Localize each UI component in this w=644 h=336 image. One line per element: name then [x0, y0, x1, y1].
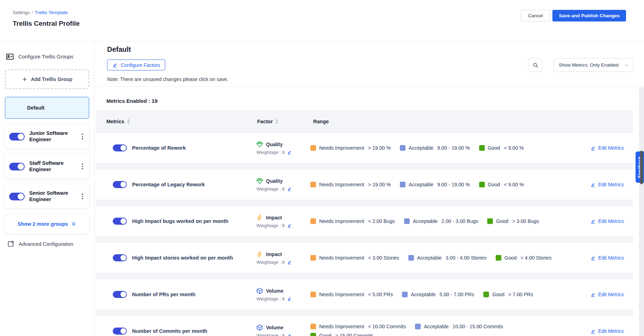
- range-color-swatch: [479, 182, 485, 187]
- metric-enabled-toggle[interactable]: [113, 254, 127, 261]
- range-label: Needs Improvement: [319, 292, 364, 297]
- weightage-label: Weightage : 8: [256, 260, 285, 265]
- default-group-label: Default: [27, 105, 44, 111]
- metric-enabled-toggle[interactable]: [113, 291, 127, 298]
- range-value: > 3.00 Bugs: [512, 218, 539, 224]
- range-label: Needs Improvement: [319, 218, 364, 224]
- range-color-swatch: [400, 145, 405, 151]
- edit-weightage-icon[interactable]: [287, 260, 292, 265]
- group-enabled-toggle[interactable]: [9, 133, 25, 141]
- sidebar-item-default[interactable]: Default: [5, 97, 89, 119]
- metric-row: Percentage of ReworkQualityWeightage : 8…: [96, 133, 633, 163]
- range-color-swatch: [310, 218, 316, 224]
- range-chip: Good< 9.00 %: [479, 145, 524, 151]
- edit-metrics-link[interactable]: Edit Metrics: [590, 255, 624, 261]
- sort-factor-icon[interactable]: [275, 119, 278, 124]
- kebab-menu-icon[interactable]: [79, 132, 86, 141]
- range-color-swatch: [310, 255, 316, 261]
- edit-weightage-icon[interactable]: [287, 297, 292, 301]
- range-color-swatch: [310, 182, 316, 187]
- search-button[interactable]: [528, 58, 543, 72]
- volume-cube-icon: [256, 287, 263, 294]
- edit-pencil-icon: [590, 219, 596, 224]
- kebab-menu-icon[interactable]: [79, 162, 86, 171]
- kebab-menu-icon[interactable]: [79, 192, 86, 201]
- range-label: Good: [488, 145, 500, 151]
- range-label: Acceptable: [409, 182, 433, 187]
- double-chevron-down-icon: [71, 221, 76, 227]
- range-value: > 4.00 Stories: [521, 255, 552, 261]
- row-separator: [96, 163, 633, 169]
- weightage-label: Weightage : 8: [256, 296, 285, 301]
- add-trellis-group-label: Add Trellis Group: [31, 76, 72, 82]
- factor-cell: QualityWeightage : 8: [256, 141, 310, 155]
- breadcrumb-trellis-template-link[interactable]: Trellis Template: [35, 10, 68, 15]
- edit-metrics-link[interactable]: Edit Metrics: [590, 292, 624, 297]
- edit-metrics-link[interactable]: Edit Metrics: [590, 218, 624, 224]
- edit-weightage-icon[interactable]: [287, 150, 292, 155]
- plus-icon: [22, 76, 27, 82]
- vertical-scrollbar-track[interactable]: [639, 87, 644, 336]
- range-color-swatch: [483, 292, 489, 297]
- sidebar-group-card[interactable]: Junior Software Engineer: [5, 124, 89, 149]
- range-chip: Acceptable9.00 - 19.00 %: [400, 182, 470, 187]
- quality-gem-icon: [256, 141, 263, 148]
- range-chip: Good> 7.00 PRs: [483, 292, 533, 297]
- edit-metrics-link[interactable]: Edit Metrics: [590, 328, 624, 334]
- range-color-swatch: [496, 255, 501, 261]
- edit-metrics-link[interactable]: Edit Metrics: [590, 145, 624, 151]
- header-divider: [95, 86, 644, 87]
- row-separator: [96, 200, 633, 206]
- range-color-swatch: [402, 292, 408, 297]
- factor-cell: ImpactWeightage : 8: [256, 214, 310, 228]
- metric-enabled-toggle[interactable]: [113, 328, 127, 335]
- range-value: < 10.00 Commits: [368, 324, 406, 329]
- range-value: 9.00 - 19.00 %: [437, 145, 470, 151]
- metric-enabled-toggle[interactable]: [113, 144, 127, 151]
- edit-metrics-link[interactable]: Edit Metrics: [590, 182, 624, 187]
- factor-cell: ImpactWeightage : 8: [256, 251, 310, 265]
- metric-enabled-toggle[interactable]: [113, 181, 127, 188]
- show-more-groups-button[interactable]: Show 2 more groups: [5, 214, 89, 234]
- add-trellis-group-button[interactable]: Add Trellis Group: [5, 69, 89, 89]
- save-and-publish-button[interactable]: Save and Publish Changes: [552, 10, 626, 21]
- show-metrics-dropdown[interactable]: Show Metrics: Only Enabled: [553, 58, 633, 72]
- edit-weightage-icon[interactable]: [287, 333, 292, 336]
- advanced-configuration-link[interactable]: Advanced Configuration: [5, 240, 89, 248]
- cancel-button[interactable]: Cancel: [521, 10, 550, 21]
- sidebar-group-card[interactable]: Staff Software Engineer: [5, 154, 89, 179]
- sidebar-group-card[interactable]: Senior Software Engineer: [5, 184, 89, 209]
- range-chip: Good> 15.00 Commits: [310, 333, 373, 336]
- advanced-configuration-icon: [7, 240, 14, 248]
- configure-factors-button[interactable]: Configure Factors: [107, 60, 165, 70]
- weightage-label: Weightage : 8: [256, 150, 285, 155]
- metric-name: Number of Commits per month: [132, 328, 256, 334]
- group-enabled-toggle[interactable]: [9, 193, 25, 200]
- factor-name: Volume: [266, 325, 284, 330]
- configure-factors-label: Configure Factors: [121, 62, 160, 68]
- range-label: Good: [496, 218, 508, 224]
- edit-weightage-icon[interactable]: [287, 223, 292, 228]
- vertical-scrollbar-thumb[interactable]: [640, 151, 643, 184]
- metric-name: High Impact bugs worked on per month: [132, 218, 256, 224]
- range-chip: Good> 4.00 Stories: [496, 255, 552, 261]
- range-value: > 19.00 %: [368, 145, 391, 151]
- metric-name: Number of PRs per month: [132, 292, 256, 297]
- show-more-groups-label: Show 2 more groups: [18, 221, 68, 227]
- metric-name: High Impact stories worked on per month: [132, 255, 256, 261]
- metric-enabled-toggle[interactable]: [113, 218, 127, 225]
- group-enabled-toggle[interactable]: [9, 163, 25, 170]
- range-chip: Needs Improvement< 2.00 Bugs: [310, 218, 395, 224]
- range-label: Needs Improvement: [319, 145, 364, 151]
- row-separator: [96, 236, 633, 243]
- sort-metrics-icon[interactable]: [127, 119, 130, 124]
- configure-trellis-groups-header: Configure Trellis Groups: [5, 52, 89, 61]
- column-range-label: Range: [313, 119, 329, 124]
- range-label: Good: [319, 333, 332, 336]
- range-label: Acceptable: [424, 324, 448, 329]
- row-separator: [96, 310, 633, 316]
- edit-weightage-icon[interactable]: [287, 187, 292, 191]
- range-cell: Needs Improvement> 19.00 %Acceptable9.00…: [310, 145, 572, 151]
- breadcrumb-settings-link[interactable]: Settings: [13, 10, 30, 15]
- edit-metrics-label: Edit Metrics: [598, 218, 624, 224]
